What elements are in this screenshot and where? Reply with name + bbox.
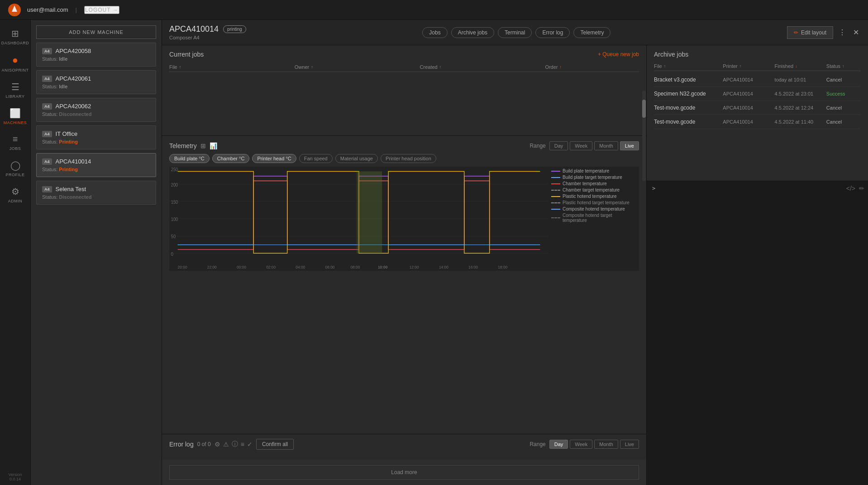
app-header: user@mail.com | LOGOUT →: [0, 0, 868, 20]
archive-filename: Test-move.gcode: [654, 119, 723, 125]
current-jobs-section: Current jobs + Queue new job File ↑ Owne…: [162, 45, 646, 136]
tab-telemetry[interactable]: Telemetry: [573, 27, 610, 38]
confirm-all-button[interactable]: Confirm all: [256, 439, 294, 450]
error-log-title: Error log: [169, 441, 194, 448]
svg-text:00:00: 00:00: [237, 264, 246, 269]
jobs-title: Current jobs: [169, 51, 204, 58]
terminal-code-btn[interactable]: </>: [846, 185, 855, 192]
svg-text:20:00: 20:00: [178, 264, 187, 269]
chip-fan-speed[interactable]: Fan speed: [299, 154, 333, 163]
svg-text:10:00: 10:00: [378, 264, 387, 269]
profile-icon: ◯: [10, 160, 20, 171]
machine-name: APCA420061: [56, 75, 91, 82]
archive-title: Archive jobs: [654, 51, 688, 58]
archive-row-3[interactable]: Test-move.gcode APCA410014 4.5.2022 at 1…: [654, 115, 861, 129]
error-range-day-btn[interactable]: Day: [549, 440, 568, 449]
machine-badge: A4: [42, 48, 52, 54]
sidebar-item-anisoprint[interactable]: ● ANISOPRINT: [0, 50, 30, 77]
tab-archive-jobs[interactable]: Archive jobs: [451, 27, 494, 38]
range-label: Range: [529, 143, 545, 149]
range-live-btn[interactable]: Live: [620, 141, 639, 150]
warning-icon[interactable]: ⚠: [223, 441, 229, 448]
scrollbar[interactable]: [642, 91, 646, 181]
error-range-live-btn[interactable]: Live: [620, 440, 639, 449]
logout-button[interactable]: LOGOUT →: [84, 6, 119, 14]
machine-name: IT Office: [56, 130, 78, 137]
machine-subtitle: Composer A4: [169, 35, 246, 40]
archive-filename: Specimen N32.gcode: [654, 91, 723, 97]
error-range-month-btn[interactable]: Month: [594, 440, 618, 449]
svg-text:50: 50: [171, 234, 176, 239]
archive-printer: APCA410014: [723, 105, 774, 110]
sidebar-item-profile[interactable]: ◯ PROFILE: [0, 155, 30, 182]
archive-col-finished: Finished ↓: [775, 63, 826, 69]
archive-row-2[interactable]: Test-move.gcode APCA410014 4.5.2022 at 1…: [654, 101, 861, 115]
telemetry-title: Telemetry: [169, 142, 197, 149]
chip-build-plate[interactable]: Build plate °C: [169, 154, 210, 163]
queue-job-button[interactable]: + Queue new job: [598, 51, 639, 58]
chart-legend: Build plate temperature Build plate targ…: [551, 168, 637, 223]
jobs-col-order: Order ↑: [545, 64, 639, 70]
error-log-section: Error log 0 of 0 ⚙ ⚠ ⓘ ≡ ✓ Confirm all R…: [162, 434, 646, 460]
machine-card-apca420058[interactable]: A4 APCA420058 Status: Idle: [36, 43, 156, 67]
archive-printer: APCA410014: [723, 119, 774, 125]
sidebar-item-dashboard[interactable]: ⊞ DASHBOARD: [0, 24, 30, 50]
chip-printer-head-pos[interactable]: Printer head position: [381, 154, 436, 163]
version-label: Version0.0.14: [8, 472, 22, 485]
archive-row-0[interactable]: Bracket v3.gcode APCA410014 today at 10:…: [654, 73, 861, 87]
load-more-button[interactable]: Load more: [169, 465, 639, 480]
machine-badge: A4: [42, 158, 52, 165]
chip-chamber[interactable]: Chamber °C: [212, 154, 250, 163]
svg-text:16:00: 16:00: [468, 264, 478, 269]
chip-material-usage[interactable]: Material usage: [335, 154, 378, 163]
archive-jobs-section: Archive jobs File ↑ Printer ↑ Finished ↓…: [647, 45, 868, 181]
chip-printer-head[interactable]: Printer head °C: [252, 154, 296, 163]
edit-layout-button[interactable]: ✏ Edit layout: [787, 26, 833, 39]
archive-col-file: File ↑: [654, 63, 723, 69]
sidebar-item-machines[interactable]: ⬜ MACHINES: [0, 103, 30, 130]
sidebar-item-jobs[interactable]: ≡ JOBS: [0, 130, 30, 155]
archive-printer: APCA410014: [723, 77, 774, 82]
error-range-label: Range: [529, 441, 545, 447]
sidebar-item-library[interactable]: ☰ LIBRARY: [0, 77, 30, 103]
archive-time: today at 10:01: [775, 77, 826, 82]
sidebar-item-admin[interactable]: ⚙ ADMIN: [0, 182, 30, 208]
terminal-edit-btn[interactable]: ✏: [859, 185, 864, 192]
jobs-col-file: File ↑: [169, 64, 295, 70]
info-icon[interactable]: ⓘ: [232, 440, 238, 448]
app-logo: [7, 3, 22, 17]
range-week-btn[interactable]: Week: [570, 141, 592, 150]
tab-error-log[interactable]: Error log: [535, 27, 570, 38]
filter-icon[interactable]: ⊞: [200, 142, 206, 149]
svg-text:06:00: 06:00: [325, 264, 335, 269]
machine-card-apca410014[interactable]: A4 APCA410014 Status: Printing: [36, 153, 156, 177]
list-icon[interactable]: ≡: [241, 441, 244, 448]
add-machine-button[interactable]: ADD NEW MACHINE: [36, 25, 156, 39]
svg-text:100: 100: [171, 217, 178, 222]
error-range-week-btn[interactable]: Week: [570, 440, 592, 449]
close-button[interactable]: ✕: [851, 26, 861, 38]
machine-name: APCA420058: [56, 48, 91, 54]
archive-filename: Bracket v3.gcode: [654, 77, 723, 83]
dashboard-icon: ⊞: [11, 28, 19, 39]
archive-printer: APCA410014: [723, 91, 774, 96]
range-day-btn[interactable]: Day: [549, 141, 568, 150]
machine-list: ADD NEW MACHINE A4 APCA420058 Status: Id…: [31, 20, 162, 485]
machine-card-apca420061[interactable]: A4 APCA420061 Status: Idle: [36, 70, 156, 94]
archive-status: Cancel: [826, 77, 861, 82]
header-tabs: Jobs Archive jobs Terminal Error log Tel…: [422, 27, 610, 38]
machine-card-it-office[interactable]: A4 IT Office Status: Printing: [36, 125, 156, 149]
range-month-btn[interactable]: Month: [594, 141, 618, 150]
machine-name: APCA420062: [56, 103, 91, 110]
tab-terminal[interactable]: Terminal: [498, 27, 532, 38]
archive-row-1[interactable]: Specimen N32.gcode APCA410014 4.5.2022 a…: [654, 87, 861, 101]
library-icon: ☰: [11, 82, 19, 92]
machine-card-apca420062[interactable]: A4 APCA420062 Status: Disconnected: [36, 98, 156, 122]
tab-jobs[interactable]: Jobs: [422, 27, 447, 38]
chart-icon[interactable]: 📊: [210, 142, 217, 149]
machine-card-selena-test[interactable]: A4 Selena Test Status: Disconnected: [36, 181, 156, 205]
check-icon[interactable]: ✓: [247, 441, 253, 448]
more-options-button[interactable]: ⋮: [837, 26, 848, 38]
svg-text:150: 150: [171, 199, 178, 205]
settings-icon[interactable]: ⚙: [215, 441, 220, 448]
